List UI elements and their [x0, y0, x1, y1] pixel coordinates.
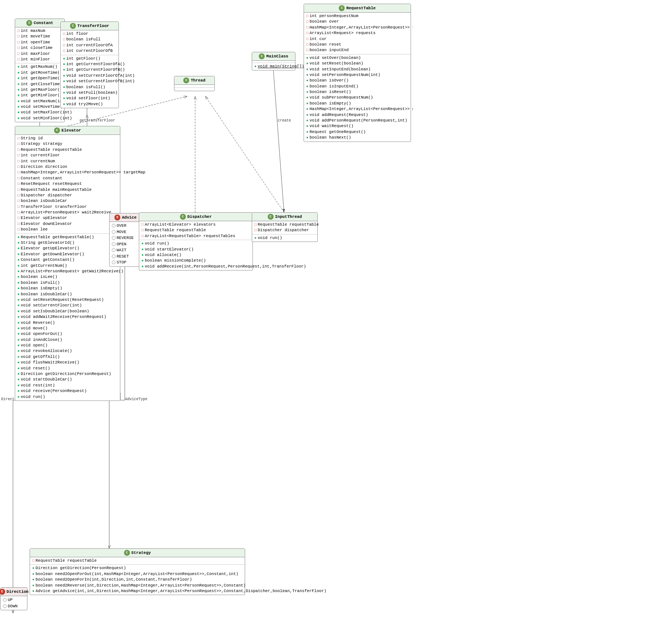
methods-Constant: ●int getMaxNum() ●int getMoveTime() ●int… — [15, 63, 64, 122]
header-Strategy: C Strategy — [30, 549, 245, 557]
label-getTransferFloor: getTransferFloor — [80, 119, 115, 123]
fields-Strategy: □RequestTable requestTable — [30, 557, 245, 565]
class-Dispatcher: C Dispatcher □ArrayList<Elevator> elevat… — [139, 212, 253, 270]
methods-Elevator: ●RequestTable getRequestTable() ●String … — [15, 234, 120, 401]
header-Direction: E Direction — [1, 588, 27, 596]
svg-line-3 — [205, 96, 284, 212]
header-MainClass: C MainClass — [252, 52, 295, 61]
header-Advice: E Advice — [110, 213, 141, 222]
methods-InputThread: ●void run() — [252, 235, 317, 242]
fields-RequestTable: □int personRequestNum □boolean over □Has… — [304, 13, 411, 54]
class-RequestTable: C RequestTable □int personRequestNum □bo… — [304, 4, 411, 142]
fields-Dispatcher: □ArrayList<Elevator> elevators □RequestT… — [139, 221, 253, 240]
header-Thread: C Thread — [174, 76, 214, 85]
enum-Advice: OVER MOVE REVERSE OPEN WAIT RESET STOP — [110, 222, 141, 266]
label-create: create — [278, 119, 291, 123]
header-RequestTable: C RequestTable — [304, 4, 411, 13]
enum-Direction: UP DOWN — [1, 596, 27, 610]
fields-Elevator: □String id □Strategy strategy □RequestTa… — [15, 135, 120, 234]
class-Direction: E Direction UP DOWN — [0, 587, 27, 610]
methods-RequestTable: ●void setOver(boolean) ●void setReset(bo… — [304, 54, 411, 142]
header-Dispatcher: C Dispatcher — [139, 213, 253, 221]
methods-Dispatcher: ●void run() ●void startElevator() ●void … — [139, 240, 253, 270]
icon-RequestTable: C — [339, 5, 345, 11]
header-InputThread: C InputThread — [252, 213, 317, 221]
fields-TransferFloor: □int floor □boolean isFull □int currentF… — [61, 30, 118, 55]
class-Constant: C Constant □int maxNum □int moveTime □in… — [15, 19, 65, 122]
fields-Thread — [174, 85, 214, 88]
class-InputThread: C InputThread □RequestTable requestTable… — [252, 212, 318, 242]
fields-Constant: □int maxNum □int moveTime □int openTime … — [15, 27, 64, 63]
methods-TransferFloor: ●int getFloor() ●int getCurrentFloorOfA(… — [61, 55, 118, 108]
methods-MainClass: ●void main(String[]) — [252, 63, 295, 70]
methods-Thread — [174, 88, 214, 91]
class-Thread: C Thread — [174, 76, 215, 91]
class-MainClass: C MainClass ●void main(String[]) — [252, 52, 295, 70]
class-TransferFloor: C TransferFloor □int floor □boolean isFu… — [60, 21, 119, 108]
header-Constant: C Constant — [15, 19, 64, 27]
class-Advice: E Advice OVER MOVE REVERSE OPEN WAIT RES… — [109, 213, 142, 267]
svg-line-4 — [273, 69, 284, 212]
class-Elevator: C Elevator □String id □Strategy strategy… — [15, 126, 120, 401]
methods-Strategy: ●Direction getDirection(PersonRequest) ●… — [30, 565, 245, 595]
header-Elevator: C Elevator — [15, 126, 120, 135]
label-AdviceType: AdviceType — [125, 397, 147, 401]
header-TransferFloor: C TransferFloor — [61, 22, 118, 30]
class-Strategy: C Strategy □RequestTable requestTable ●D… — [30, 548, 245, 595]
fields-InputThread: □RequestTable requestTable □Dispatcher d… — [252, 221, 317, 235]
